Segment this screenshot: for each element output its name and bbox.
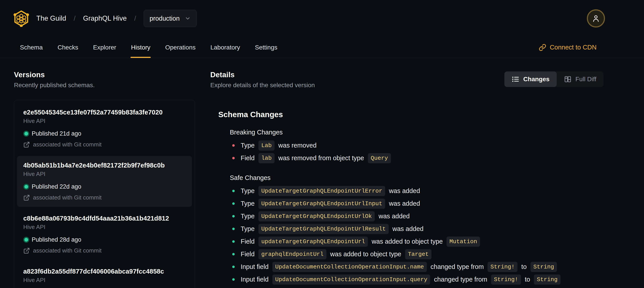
- version-status: Published 21d ago: [23, 130, 186, 137]
- change-text: was added: [387, 200, 420, 207]
- change-bullet-icon: [232, 253, 235, 255]
- safe-changes-group: Safe Changes Type UpdateTargetGraphQLEnd…: [218, 174, 604, 286]
- change-text: Input field: [241, 276, 270, 283]
- change-item: Type UpdateTargetGraphQLEndpointUrlInput…: [230, 197, 604, 210]
- inline-code: UpdateTargetGraphQLEndpointUrlOk: [258, 211, 375, 221]
- change-item: Field graphqlEndpointUrl was added to ob…: [230, 248, 604, 260]
- git-commit-label: associated with Git commit: [33, 247, 102, 254]
- inline-code: String: [534, 274, 560, 285]
- change-bullet-icon: [232, 278, 235, 281]
- change-text: Type: [241, 187, 256, 195]
- tab-history[interactable]: History: [131, 37, 150, 58]
- target-selector-dropdown[interactable]: production: [144, 10, 196, 27]
- change-text: was added: [391, 225, 424, 232]
- git-commit-link[interactable]: associated with Git commit: [23, 141, 186, 148]
- change-bullet-icon: [232, 202, 235, 205]
- tab-checks[interactable]: Checks: [58, 37, 78, 58]
- breadcrumb: The Guild / GraphQL Hive / production: [36, 10, 197, 27]
- change-text: Type: [241, 142, 256, 149]
- breaking-changes-heading: Breaking Changes: [230, 129, 604, 136]
- avatar-button[interactable]: [587, 9, 605, 28]
- version-card[interactable]: a823f6db2a55df877dcf406006abca97fcc4858c…: [17, 262, 192, 288]
- external-link-icon: [23, 194, 30, 201]
- tab-explorer[interactable]: Explorer: [93, 37, 116, 58]
- version-published-text: Published 22d ago: [32, 183, 81, 190]
- git-commit-link[interactable]: associated with Git commit: [23, 194, 186, 201]
- changes-view-button[interactable]: Changes: [504, 72, 556, 87]
- change-text: Field: [241, 238, 256, 245]
- details-panel: Details Explore details of the selected …: [210, 71, 644, 286]
- breadcrumb-project[interactable]: GraphQL Hive: [83, 15, 127, 23]
- change-text: was added: [377, 213, 410, 220]
- status-dot-icon: [24, 132, 28, 136]
- change-text: to: [523, 276, 532, 283]
- breadcrumb-separator: /: [74, 15, 75, 22]
- inline-code: UpdateDocumentCollectionOperationInput.q…: [272, 274, 430, 285]
- hive-logo-icon[interactable]: [13, 10, 30, 27]
- versions-subtitle: Recently published schemas.: [14, 82, 195, 89]
- schema-changes-section: Schema Changes Breaking Changes Type Lab…: [210, 110, 604, 286]
- tab-schema[interactable]: Schema: [20, 37, 43, 58]
- change-item: Input field UpdateDocumentCollectionOper…: [230, 273, 604, 286]
- details-header: Details Explore details of the selected …: [210, 71, 604, 89]
- change-item: Type UpdateTargetGraphQLEndpointUrlError…: [230, 185, 604, 197]
- main-nav: SchemaChecksExplorerHistoryOperationsLab…: [0, 37, 644, 58]
- connect-to-cdn-link[interactable]: Connect to CDN: [539, 37, 596, 58]
- details-subtitle: Explore details of the selected version: [210, 82, 315, 89]
- breadcrumb-org[interactable]: The Guild: [36, 15, 66, 23]
- tab-operations[interactable]: Operations: [165, 37, 196, 58]
- git-commit-label: associated with Git commit: [33, 141, 102, 148]
- inline-code: Query: [368, 153, 391, 163]
- version-list: e2e55045345ce13fe07f52a77459b83fa3fe7020…: [14, 100, 195, 288]
- inline-code: String!: [491, 274, 521, 285]
- version-hash: e2e55045345ce13fe07f52a77459b83fa3fe7020: [23, 109, 186, 116]
- change-item: Type UpdateTargetGraphQLEndpointUrlOk wa…: [230, 210, 604, 222]
- header-top-row: The Guild / GraphQL Hive / production: [0, 0, 644, 37]
- inline-code: String!: [488, 262, 518, 272]
- change-item: Type UpdateTargetGraphQLEndpointUrlResul…: [230, 222, 604, 235]
- version-service: Hive API: [23, 277, 186, 283]
- full-diff-view-label: Full Diff: [576, 76, 596, 83]
- list-icon: [512, 75, 520, 83]
- change-item: Field updateTargetGraphQLEndpointUrl was…: [230, 235, 604, 248]
- columns-icon: [564, 75, 572, 83]
- inline-code: Target: [405, 249, 432, 259]
- tab-laboratory[interactable]: Laboratory: [210, 37, 240, 58]
- inline-code: updateTargetGraphQLEndpointUrl: [258, 236, 368, 247]
- versions-title: Versions: [14, 71, 195, 79]
- version-published-text: Published 21d ago: [32, 130, 81, 137]
- inline-code: Lab: [258, 140, 274, 151]
- git-commit-link[interactable]: associated with Git commit: [23, 247, 186, 254]
- details-heading-block: Details Explore details of the selected …: [210, 71, 315, 89]
- safe-changes-heading: Safe Changes: [230, 174, 604, 181]
- full-diff-view-button[interactable]: Full Diff: [557, 72, 604, 87]
- app-header: The Guild / GraphQL Hive / production Sc…: [0, 0, 644, 58]
- change-text: was removed from object type: [276, 154, 366, 162]
- inline-code: lab: [258, 153, 274, 163]
- change-text: Type: [241, 213, 256, 220]
- details-title: Details: [210, 71, 315, 79]
- chevron-down-icon: [184, 15, 191, 22]
- version-card[interactable]: e2e55045345ce13fe07f52a77459b83fa3fe7020…: [17, 103, 192, 154]
- change-text: was added to object type: [328, 250, 403, 258]
- safe-changes-list: Type UpdateTargetGraphQLEndpointUrlError…: [230, 185, 604, 286]
- change-item: Input field UpdateDocumentCollectionOper…: [230, 260, 604, 273]
- version-service: Hive API: [23, 118, 186, 124]
- change-text: was added to object type: [370, 238, 444, 245]
- tab-settings[interactable]: Settings: [255, 37, 277, 58]
- change-bullet-icon: [232, 190, 235, 192]
- version-hash: a823f6db2a55df877dcf406006abca97fcc4858c: [23, 268, 186, 275]
- connect-to-cdn-label: Connect to CDN: [550, 44, 596, 51]
- change-text: to: [520, 263, 528, 270]
- version-card[interactable]: c8b6e88a06793b9c4dfd54aaa21b36a1b421d812…: [17, 209, 192, 260]
- change-text: was removed: [276, 142, 317, 149]
- version-service: Hive API: [23, 224, 186, 230]
- change-bullet-icon: [232, 228, 235, 230]
- external-link-icon: [23, 247, 30, 254]
- version-published-text: Published 28d ago: [32, 236, 81, 243]
- change-bullet-icon: [232, 144, 235, 147]
- change-text: Field: [241, 154, 256, 162]
- main-content: Versions Recently published schemas. e2e…: [0, 58, 644, 288]
- change-text: changed type from: [432, 276, 489, 283]
- version-card[interactable]: 4b05ab51b1b4a7e2e4b0ef82172f2b9f7ef98c0b…: [17, 156, 192, 207]
